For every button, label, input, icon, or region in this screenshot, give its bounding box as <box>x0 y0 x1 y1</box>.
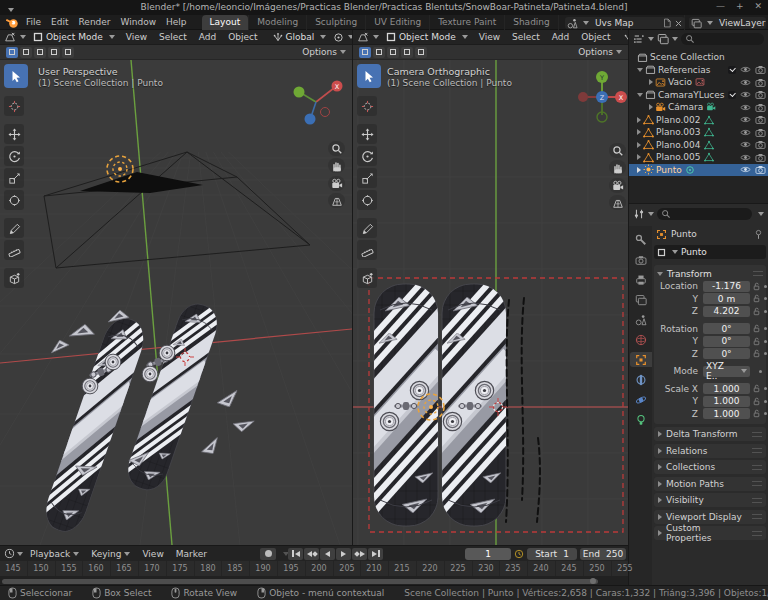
transform-tool[interactable] <box>4 190 24 210</box>
viewport-menu-object[interactable]: Object <box>224 32 261 42</box>
close-button[interactable]: ✕ <box>754 1 762 11</box>
rotate-tool[interactable] <box>357 146 377 166</box>
tab-layout[interactable]: Layout <box>202 15 249 30</box>
location-y-field[interactable]: 0 m <box>703 293 750 304</box>
select-mode-new[interactable] <box>373 47 385 58</box>
maximize-button[interactable]: + <box>736 1 744 11</box>
play-reverse-button[interactable] <box>320 548 335 560</box>
mode-selector[interactable]: Object Mode <box>30 32 118 42</box>
pan-hand-icon[interactable] <box>609 160 626 175</box>
rotate-tool[interactable] <box>4 146 24 166</box>
outliner-row-scene-collection[interactable]: Scene Collection <box>629 51 768 64</box>
hide-eye-icon[interactable] <box>740 114 751 125</box>
location-x-field[interactable]: -1.176 <box>703 281 750 292</box>
lock-icon[interactable] <box>752 324 761 333</box>
play-button[interactable] <box>336 548 351 560</box>
properties-editor-icon[interactable] <box>633 208 645 220</box>
tab-uv-editing[interactable]: UV Editing <box>365 15 429 30</box>
select-mode-subtract[interactable] <box>401 47 413 58</box>
timeline-menu-keying[interactable]: Keying <box>86 549 135 559</box>
timeline-menu-view[interactable]: View <box>137 549 168 559</box>
panel-viewport-display[interactable]: Viewport Display <box>654 510 766 524</box>
editor-type-icon[interactable] <box>357 31 369 43</box>
unlink-scene-icon[interactable] <box>674 19 683 28</box>
render-visibility-icon[interactable] <box>755 77 766 88</box>
select-mode-intersect[interactable] <box>415 47 427 58</box>
editor-type-icon[interactable] <box>4 31 16 43</box>
menu-render[interactable]: Render <box>74 17 116 27</box>
add-cube-tool[interactable] <box>4 268 24 288</box>
new-scene-icon[interactable] <box>662 18 672 28</box>
viewport-left-canvas[interactable]: X <box>0 60 352 545</box>
timeline-menu-playback[interactable]: Playback <box>25 549 84 559</box>
cursor-tool[interactable] <box>357 96 377 116</box>
lock-icon[interactable] <box>752 337 761 346</box>
viewport-menu-view[interactable]: View <box>122 32 151 42</box>
select-mode-subtract[interactable] <box>48 47 60 58</box>
hide-eye-icon[interactable] <box>740 152 751 163</box>
select-mode-tweak[interactable] <box>359 47 371 58</box>
menu-window[interactable]: Window <box>116 17 162 27</box>
lock-icon[interactable] <box>752 282 761 291</box>
lock-icon[interactable] <box>752 384 761 393</box>
rotation-y-field[interactable]: 0° <box>703 336 750 347</box>
minimize-button[interactable]: — <box>716 1 725 11</box>
select-mode-new[interactable] <box>20 47 32 58</box>
perspective-toggle-icon[interactable] <box>609 195 626 210</box>
hide-eye-icon[interactable] <box>740 102 751 113</box>
outliner-row-plano003[interactable]: Plano.003 <box>629 126 768 139</box>
outliner-row-referencias[interactable]: Referencias <box>629 64 768 77</box>
scale-tool[interactable] <box>357 168 377 188</box>
tab-texture-paint[interactable]: Texture Paint <box>429 15 504 30</box>
select-mode-extend[interactable] <box>34 47 46 58</box>
timeline-scrollbar-knob[interactable] <box>590 578 596 584</box>
menu-edit[interactable]: Edit <box>46 17 73 27</box>
select-mode-tweak[interactable] <box>6 47 18 58</box>
select-mode-intersect[interactable] <box>62 47 74 58</box>
collection-checkbox[interactable] <box>728 91 736 99</box>
tab-modeling[interactable]: Modeling <box>248 15 306 30</box>
outliner-search-input[interactable] <box>681 33 764 45</box>
properties-search-input[interactable] <box>657 208 752 220</box>
outliner-row-punto[interactable]: Punto <box>629 164 768 177</box>
transform-tool[interactable] <box>357 190 377 210</box>
pivot-icon[interactable] <box>333 32 344 43</box>
panel-collections[interactable]: Collections <box>654 460 766 474</box>
scene-selector[interactable]: Uvs Map <box>565 17 685 29</box>
hide-eye-icon[interactable] <box>740 164 751 175</box>
zoom-icon[interactable] <box>609 143 626 158</box>
viewlayer-name[interactable]: ViewLayer <box>715 18 768 28</box>
panel-visibility[interactable]: Visibility <box>654 493 766 507</box>
orientation-selector[interactable]: Global <box>270 32 330 42</box>
outliner-row-plano002[interactable]: Plano.002 <box>629 114 768 127</box>
viewport-menu-add[interactable]: Add <box>548 32 573 42</box>
select-box-tool[interactable] <box>357 64 381 88</box>
hide-eye-icon[interactable] <box>740 139 751 150</box>
scale-z-field[interactable]: 1.000 <box>703 408 750 419</box>
tab-physics[interactable] <box>630 392 651 407</box>
current-frame-field[interactable]: 1 <box>465 548 511 560</box>
perspective-toggle-icon[interactable] <box>328 193 345 208</box>
auto-key-button[interactable] <box>260 548 276 560</box>
orientation-selector[interactable]: Global <box>621 32 628 42</box>
camera-view-icon[interactable] <box>609 178 626 193</box>
panel-delta-transform[interactable]: Delta Transform <box>654 427 766 441</box>
viewport-right-canvas[interactable]: Y X Z <box>353 60 628 545</box>
outliner-row-vacio[interactable]: Vacio <box>629 76 768 89</box>
options-dropdown[interactable]: Options <box>302 47 346 57</box>
hide-eye-icon[interactable] <box>740 89 751 100</box>
properties-options-caret[interactable] <box>758 212 764 216</box>
lock-icon[interactable] <box>752 307 761 316</box>
tab-object[interactable] <box>630 352 652 367</box>
rotation-mode-dropdown[interactable]: XYZ E.. <box>703 366 750 377</box>
tab-render[interactable] <box>630 252 651 267</box>
render-visibility-icon[interactable] <box>755 139 766 150</box>
options-dropdown[interactable]: Options <box>578 47 622 57</box>
tab-constraints[interactable] <box>630 372 651 387</box>
menu-file[interactable]: File <box>21 17 46 27</box>
annotate-tool[interactable] <box>357 218 377 238</box>
render-visibility-icon[interactable] <box>755 114 766 125</box>
timeline-menu-marker[interactable]: Marker <box>171 549 212 559</box>
camera-view-icon[interactable] <box>328 176 345 191</box>
timeline-ruler[interactable]: 145 150 155 160 165 170 175 180 185 190 … <box>0 561 628 576</box>
